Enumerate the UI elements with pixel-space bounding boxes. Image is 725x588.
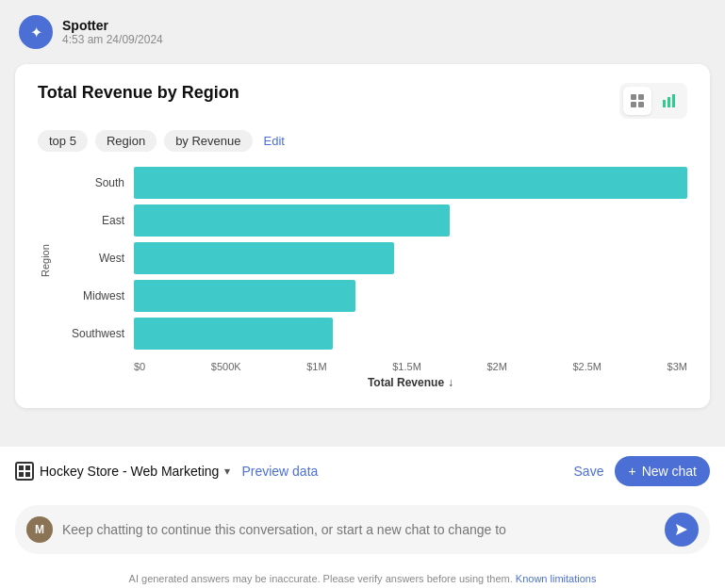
chat-timestamp: 4:53 am 24/09/2024 (62, 33, 163, 46)
store-selector[interactable]: Hockey Store - Web Marketing ▾ (15, 462, 230, 481)
known-limitations-link[interactable]: Known limitations (516, 573, 597, 584)
filter-by-revenue[interactable]: by Revenue (164, 130, 252, 152)
bottom-toolbar: Hockey Store - Web Marketing ▾ Preview d… (0, 446, 725, 496)
store-name: Hockey Store - Web Marketing (40, 464, 219, 479)
send-button[interactable] (665, 513, 699, 547)
footer: AI generated answers may be inaccurate. … (0, 567, 725, 588)
filter-row: top 5 Region by Revenue Edit (38, 130, 687, 152)
table-view-button[interactable] (623, 87, 651, 115)
grid-icon (19, 466, 30, 477)
x-tick: $0 (134, 361, 145, 372)
card-actions (619, 83, 687, 119)
x-axis-title: Total Revenue ↓ (134, 376, 687, 389)
bar-fill (134, 242, 394, 274)
user-avatar: M (26, 516, 53, 543)
bar-row: South (57, 167, 687, 199)
x-tick: $500K (211, 361, 241, 372)
x-tick: $1.5M (392, 361, 421, 372)
chart-container: Region SouthEastWestMidwestSouthwest $0$… (38, 167, 687, 389)
chart-card: Total Revenue by Region (15, 64, 710, 408)
bar-row: East (57, 204, 687, 237)
chart-view-button[interactable] (655, 87, 684, 115)
new-chat-button[interactable]: + New chat (615, 456, 710, 486)
svg-rect-3 (638, 102, 644, 107)
spotter-avatar: ✦ (19, 15, 53, 49)
svg-rect-7 (19, 466, 24, 470)
bar-track (134, 242, 687, 274)
svg-rect-10 (25, 472, 30, 477)
bar-label: West (57, 252, 124, 265)
bar-track (134, 167, 687, 199)
input-wrapper: M (15, 505, 710, 554)
chat-header: ✦ Spotter 4:53 am 24/09/2024 (15, 15, 710, 49)
bar-label: South (57, 176, 124, 189)
down-arrow-icon: ↓ (448, 376, 453, 389)
bar-row: Midwest (57, 280, 687, 312)
chevron-down-icon: ▾ (224, 465, 230, 478)
bar-row: Southwest (57, 318, 687, 350)
x-tick: $2M (486, 361, 506, 372)
chat-input[interactable] (62, 522, 655, 537)
bars-and-labels: SouthEastWestMidwestSouthwest (57, 167, 687, 355)
x-axis-title-text: Total Revenue (368, 376, 444, 389)
svg-rect-9 (19, 472, 24, 477)
bar-fill (134, 204, 450, 237)
spotter-icon: ✦ (30, 24, 42, 41)
y-axis-label: Region (38, 167, 53, 355)
toolbar-right: Save + New chat (574, 456, 710, 486)
send-icon (674, 522, 689, 537)
bar-fill (134, 167, 687, 199)
filter-region[interactable]: Region (95, 130, 157, 152)
svg-rect-6 (672, 94, 675, 107)
x-tick: $2.5M (572, 361, 601, 372)
chat-meta: Spotter 4:53 am 24/09/2024 (62, 18, 163, 46)
preview-data-button[interactable]: Preview data (241, 464, 318, 479)
bar-label: Midwest (57, 289, 124, 302)
x-tick: $3M (667, 361, 687, 372)
filter-top5[interactable]: top 5 (38, 130, 88, 152)
table-icon (629, 92, 646, 109)
store-grid-icon (15, 462, 34, 481)
x-axis-area: $0$500K$1M$1.5M$2M$2.5M$3M Total Revenue… (134, 361, 687, 389)
bar-track (134, 318, 687, 350)
bar-track (134, 280, 687, 312)
chart-area: Region SouthEastWestMidwestSouthwest (38, 167, 687, 355)
svg-rect-0 (631, 94, 636, 100)
x-ticks: $0$500K$1M$1.5M$2M$2.5M$3M (134, 361, 687, 372)
footer-text: AI generated answers may be inaccurate. … (129, 573, 513, 584)
x-tick: $1M (306, 361, 326, 372)
chat-sender: Spotter (62, 18, 163, 33)
card-header: Total Revenue by Region (38, 83, 687, 119)
bar-row: West (57, 242, 687, 274)
plus-icon: + (628, 464, 635, 479)
new-chat-label: New chat (642, 464, 697, 479)
bar-fill (134, 280, 355, 312)
edit-link[interactable]: Edit (264, 134, 285, 148)
bar-label: Southwest (57, 327, 124, 340)
svg-rect-5 (667, 97, 670, 107)
bar-chart-icon (661, 92, 678, 109)
input-area: M (0, 496, 725, 567)
bar-track (134, 204, 687, 237)
bar-label: East (57, 214, 124, 227)
svg-rect-8 (25, 466, 30, 470)
svg-rect-1 (638, 94, 644, 100)
bar-fill (134, 318, 333, 350)
card-title: Total Revenue by Region (38, 83, 239, 103)
save-button[interactable]: Save (574, 464, 604, 479)
svg-rect-4 (663, 100, 666, 107)
svg-rect-2 (631, 102, 636, 107)
